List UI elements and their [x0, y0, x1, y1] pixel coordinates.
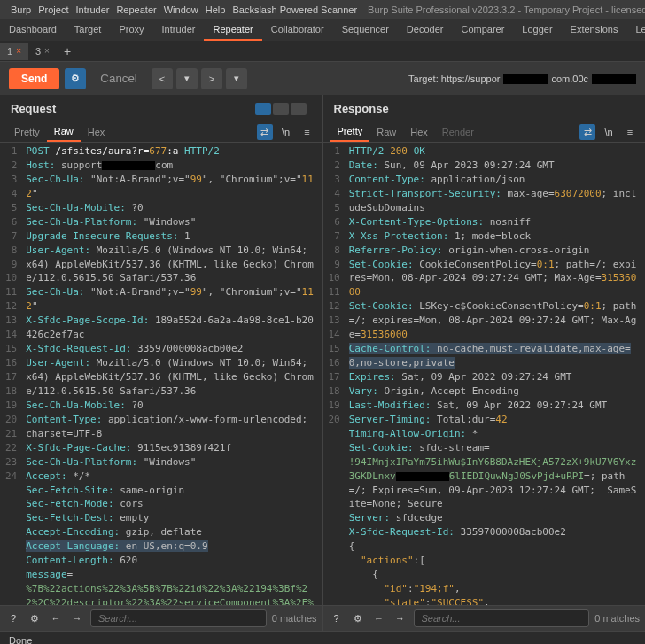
tab-1[interactable]: 1 × — [0, 43, 28, 60]
request-editor[interactable]: 1 2 3 4 5 6 7 8 9 10 11 12 13 14 15 16 1… — [0, 143, 322, 605]
nav-extensions[interactable]: Extensions — [562, 19, 627, 41]
layout-buttons — [255, 103, 307, 115]
request-searchbar: ? ⚙ ← → 0 matches — [0, 605, 322, 631]
nav-dashboard[interactable]: Dashboard — [0, 19, 66, 41]
search-settings-icon[interactable]: ⚙ — [27, 610, 43, 626]
history-dropdown-button[interactable]: ▾ — [176, 68, 198, 89]
history-dropdown2-button[interactable]: ▾ — [226, 68, 247, 89]
request-title: Request — [0, 95, 66, 122]
nav-target[interactable]: Target — [66, 19, 111, 41]
request-view-tabs: Pretty Raw Hex ⇄ \n ≡ — [0, 122, 322, 143]
layout-horizontal-icon[interactable] — [273, 103, 289, 115]
nav-sequencer[interactable]: Sequencer — [333, 19, 398, 41]
add-tab-button[interactable]: + — [57, 41, 78, 62]
response-searchbar: ? ⚙ ← → 0 matches — [323, 605, 646, 631]
menu-burp[interactable]: Burp — [11, 4, 31, 15]
request-match-count: 0 matches — [272, 613, 317, 624]
nav-proxy[interactable]: Proxy — [110, 19, 152, 41]
response-view-tabs: Pretty Raw Hex Render ⇄ \n ≡ — [323, 122, 646, 143]
menu-help[interactable]: Help — [206, 4, 226, 15]
window-title: Burp Suite Professional v2023.3.2 - Temp… — [368, 4, 645, 15]
actions-icon[interactable]: ⇄ — [257, 124, 273, 140]
search-help-icon[interactable]: ? — [329, 610, 345, 626]
redacted-icon — [503, 74, 548, 84]
main-split: Request Pretty Raw Hex ⇄ \n ≡ 1 2 3 4 5 … — [0, 95, 645, 631]
actions-icon[interactable]: ⇄ — [579, 124, 595, 140]
close-icon[interactable]: × — [16, 46, 21, 56]
response-search-input[interactable] — [414, 609, 590, 627]
search-next-icon[interactable]: → — [69, 610, 85, 626]
menu-window[interactable]: Window — [164, 4, 198, 15]
target-display[interactable]: Target: https://suppor com.00c — [408, 74, 636, 84]
tab-3[interactable]: 3 × — [28, 43, 57, 60]
status-text: Done — [9, 635, 32, 644]
nav-repeater[interactable]: Repeater — [204, 19, 261, 41]
redacted-icon — [592, 74, 636, 84]
repeater-tabs: 1 × 3 × + — [0, 41, 645, 62]
wrap-toggle-icon[interactable]: ≡ — [299, 124, 315, 140]
layout-single-icon[interactable] — [291, 103, 307, 115]
response-pane: Response Pretty Raw Hex Render ⇄ \n ≡ 1 … — [323, 95, 646, 631]
nav-intruder[interactable]: Intruder — [153, 19, 205, 41]
nav-collaborator[interactable]: Collaborator — [262, 19, 333, 41]
menu-extension[interactable]: Backslash Powered Scanner — [232, 4, 357, 15]
nav-comparer[interactable]: Comparer — [452, 19, 513, 41]
view-pretty[interactable]: Pretty — [330, 122, 370, 142]
response-title: Response — [323, 95, 646, 122]
menubar: Burp Project Intruder Repeater Window He… — [0, 0, 645, 19]
response-match-count: 0 matches — [594, 613, 640, 624]
view-hex[interactable]: Hex — [403, 123, 435, 141]
status-bar: Done — [0, 631, 645, 644]
view-render[interactable]: Render — [435, 123, 481, 141]
view-pretty[interactable]: Pretty — [7, 123, 47, 141]
close-icon[interactable]: × — [44, 46, 50, 56]
menu-repeater[interactable]: Repeater — [116, 4, 156, 15]
history-forward-button[interactable]: > — [201, 68, 222, 89]
nav-decoder[interactable]: Decoder — [398, 19, 453, 41]
search-prev-icon[interactable]: ← — [371, 610, 387, 626]
newline-toggle-icon[interactable]: \n — [601, 124, 617, 140]
view-raw[interactable]: Raw — [47, 122, 81, 142]
view-raw[interactable]: Raw — [369, 123, 403, 141]
search-next-icon[interactable]: → — [392, 610, 408, 626]
search-settings-icon[interactable]: ⚙ — [350, 610, 366, 626]
request-search-input[interactable] — [90, 609, 267, 627]
newline-toggle-icon[interactable]: \n — [278, 124, 294, 140]
view-hex[interactable]: Hex — [81, 123, 113, 141]
menu-intruder[interactable]: Intruder — [76, 4, 110, 15]
cancel-button[interactable]: Cancel — [91, 67, 146, 89]
nav-logger[interactable]: Logger — [513, 19, 561, 41]
repeater-toolbar: Send ⚙ Cancel < ▾ > ▾ Target: https://su… — [0, 62, 645, 95]
request-pane: Request Pretty Raw Hex ⇄ \n ≡ 1 2 3 4 5 … — [0, 95, 323, 631]
history-back-button[interactable]: < — [152, 68, 173, 89]
wrap-toggle-icon[interactable]: ≡ — [622, 124, 638, 140]
response-editor[interactable]: 1 2 3 4 5 6 7 8 9 10 11 12 13 14 15 16 1… — [323, 143, 646, 605]
search-help-icon[interactable]: ? — [5, 610, 21, 626]
send-button[interactable]: Send — [9, 68, 59, 89]
top-navigation: Dashboard Target Proxy Intruder Repeater… — [0, 19, 645, 41]
nav-learn[interactable]: Learn — [626, 19, 645, 41]
search-prev-icon[interactable]: ← — [48, 610, 64, 626]
menu-project[interactable]: Project — [38, 4, 68, 15]
settings-gear-icon[interactable]: ⚙ — [65, 68, 86, 89]
layout-split-icon[interactable] — [255, 103, 271, 115]
